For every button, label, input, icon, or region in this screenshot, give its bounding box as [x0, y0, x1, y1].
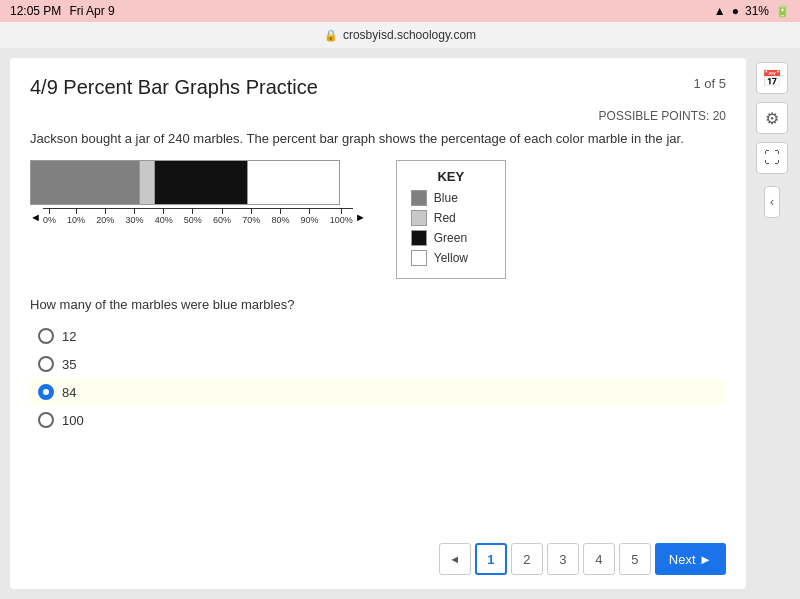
- radio-inner-84: [43, 389, 49, 395]
- bar-graph: [30, 160, 340, 205]
- key-box: KEY Blue Red Green Yellow: [396, 160, 506, 279]
- key-item-blue: Blue: [411, 190, 491, 206]
- settings-icon-button[interactable]: ⚙: [756, 102, 788, 134]
- answer-options: 12 35 84 100: [30, 322, 726, 434]
- answer-label-84: 84: [62, 385, 76, 400]
- graph-section: ◄ 0% 10% 20% 30% 40% 50% 60% 70% 80%: [30, 160, 726, 279]
- possible-points: POSSIBLE POINTS: 20: [30, 109, 726, 123]
- answer-option-35[interactable]: 35: [30, 350, 726, 378]
- key-title: KEY: [411, 169, 491, 184]
- bar-segment-red: [139, 161, 154, 204]
- key-swatch-yellow: [411, 250, 427, 266]
- pagination-bar: ◄ 1 2 3 4 5 Next ►: [30, 529, 726, 575]
- question-label: How many of the marbles were blue marble…: [30, 297, 726, 312]
- answer-option-12[interactable]: 12: [30, 322, 726, 350]
- date-display: Fri Apr 9: [69, 4, 114, 18]
- page-count: 1 of 5: [693, 76, 726, 91]
- expand-icon-button[interactable]: ⛶: [756, 142, 788, 174]
- radio-35[interactable]: [38, 356, 54, 372]
- key-swatch-red: [411, 210, 427, 226]
- next-label: Next ►: [669, 552, 712, 567]
- page-5-button[interactable]: 5: [619, 543, 651, 575]
- radio-100[interactable]: [38, 412, 54, 428]
- question-text: Jackson bought a jar of 240 marbles. The…: [30, 131, 726, 146]
- right-sidebar: 📅 ⚙ ⛶ ‹: [754, 58, 790, 589]
- bar-graph-container: ◄ 0% 10% 20% 30% 40% 50% 60% 70% 80%: [30, 160, 366, 225]
- page-2-button[interactable]: 2: [511, 543, 543, 575]
- axis-arrow-left: ◄: [30, 211, 41, 223]
- bar-segment-yellow: [247, 161, 339, 204]
- key-label-green: Green: [434, 231, 467, 245]
- key-label-yellow: Yellow: [434, 251, 468, 265]
- wifi-icon: ▲: [714, 4, 726, 18]
- possible-points-label: POSSIBLE POINTS:: [599, 109, 710, 123]
- card-header: 4/9 Percent Bar Graphs Practice 1 of 5: [30, 76, 726, 99]
- radio-12[interactable]: [38, 328, 54, 344]
- answer-label-35: 35: [62, 357, 76, 372]
- key-swatch-green: [411, 230, 427, 246]
- key-label-blue: Blue: [434, 191, 458, 205]
- page-title: 4/9 Percent Bar Graphs Practice: [30, 76, 318, 99]
- key-item-red: Red: [411, 210, 491, 226]
- battery-display: 31%: [745, 4, 769, 18]
- bar-segment-green: [154, 161, 246, 204]
- answer-label-12: 12: [62, 329, 76, 344]
- key-swatch-blue: [411, 190, 427, 206]
- key-item-green: Green: [411, 230, 491, 246]
- key-label-red: Red: [434, 211, 456, 225]
- possible-points-value: 20: [713, 109, 726, 123]
- lock-icon: 🔒: [324, 29, 338, 42]
- url-bar[interactable]: 🔒 crosbyisd.schoology.com: [0, 22, 800, 48]
- next-button[interactable]: Next ►: [655, 543, 726, 575]
- status-bar: 12:05 PM Fri Apr 9 ▲ ● 31% 🔋: [0, 0, 800, 22]
- answer-label-100: 100: [62, 413, 84, 428]
- content-card: 4/9 Percent Bar Graphs Practice 1 of 5 P…: [10, 58, 746, 589]
- answer-option-84[interactable]: 84: [30, 378, 726, 406]
- prev-page-button[interactable]: ◄: [439, 543, 471, 575]
- battery-icon: 🔋: [775, 4, 790, 18]
- page-4-button[interactable]: 4: [583, 543, 615, 575]
- signal-icon: ●: [732, 4, 739, 18]
- page-1-button[interactable]: 1: [475, 543, 507, 575]
- answer-option-100[interactable]: 100: [30, 406, 726, 434]
- url-text: crosbyisd.schoology.com: [343, 28, 476, 42]
- collapse-tab-button[interactable]: ‹: [764, 186, 780, 218]
- time-display: 12:05 PM: [10, 4, 61, 18]
- key-item-yellow: Yellow: [411, 250, 491, 266]
- bar-segment-blue: [31, 161, 139, 204]
- main-area: 4/9 Percent Bar Graphs Practice 1 of 5 P…: [0, 48, 800, 599]
- calendar-icon-button[interactable]: 📅: [756, 62, 788, 94]
- axis-ticks: 0% 10% 20% 30% 40% 50% 60% 70% 80% 90% 1…: [43, 209, 353, 225]
- axis-arrow-right: ►: [355, 211, 366, 223]
- radio-84[interactable]: [38, 384, 54, 400]
- page-3-button[interactable]: 3: [547, 543, 579, 575]
